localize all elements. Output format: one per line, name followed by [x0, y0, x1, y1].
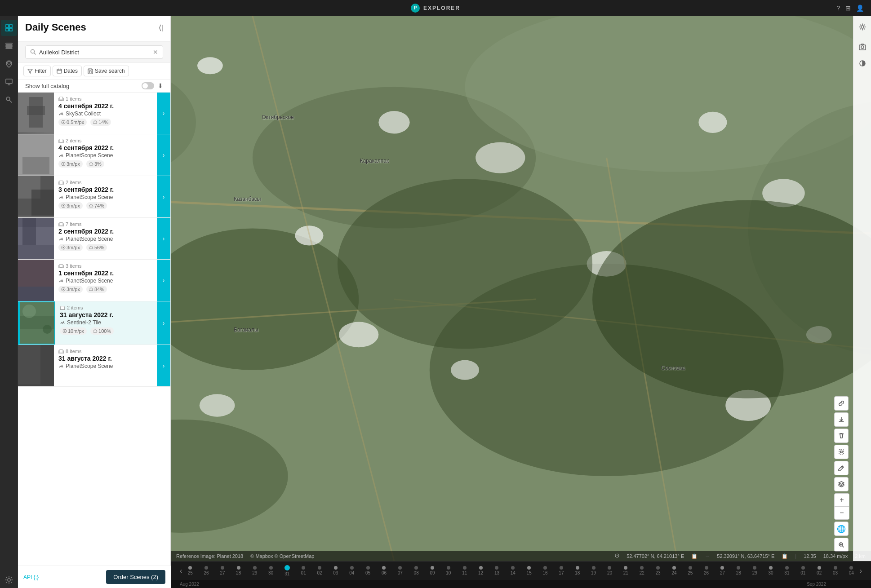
scene-expand-button[interactable]: › — [157, 134, 170, 176]
scene-item[interactable]: 2 items 4 сентября 2022 г. PlanetScope S… — [18, 134, 170, 176]
sidebar-item-catalog[interactable] — [1, 38, 17, 54]
sidebar-item-monitor[interactable] — [1, 74, 17, 90]
scene-item[interactable]: 1 items 4 сентября 2022 г. SkySat Collec… — [18, 93, 170, 134]
timeline-date-item[interactable]: 14 — [511, 566, 515, 575]
help-icon[interactable]: ? — [836, 4, 840, 12]
timeline-date-item[interactable]: 06 — [382, 566, 387, 575]
timeline-date-item[interactable]: 01 — [301, 566, 306, 575]
globe-button[interactable]: 🌐 — [834, 522, 849, 536]
zoom-in-button[interactable]: + — [835, 494, 849, 506]
timeline-date-item[interactable]: 03 — [833, 566, 838, 575]
timeline-date-item[interactable]: 07 — [398, 566, 403, 575]
download-list-icon[interactable]: ⬇ — [158, 82, 163, 89]
timeline-date-item[interactable]: 18 — [575, 566, 580, 575]
search-input[interactable] — [39, 49, 150, 56]
timeline-date-item[interactable]: 31 — [284, 565, 290, 576]
timeline-date-item[interactable]: 16 — [542, 566, 547, 575]
timeline-date-item[interactable]: 25 — [188, 566, 193, 575]
sidebar-item-settings[interactable] — [1, 572, 17, 588]
timeline-date-item[interactable]: 27 — [720, 566, 725, 575]
scene-item[interactable]: 7 items 2 сентября 2022 г. PlanetScope S… — [18, 218, 170, 260]
timeline-next-button[interactable]: › — [860, 567, 862, 575]
timeline-date-item[interactable]: 05 — [365, 566, 370, 575]
timeline-date-item[interactable]: 30 — [769, 566, 773, 575]
scene-item[interactable]: 3 items 1 сентября 2022 г. PlanetScope S… — [18, 260, 170, 301]
timeline-date-item[interactable]: 02 — [817, 566, 822, 575]
panel-collapse-button[interactable]: ⟨| — [159, 23, 163, 32]
dates-button[interactable]: Dates — [53, 66, 82, 76]
timeline-date-item[interactable]: 10 — [446, 566, 451, 575]
api-button[interactable]: API {;} — [23, 574, 39, 580]
scene-item[interactable]: 8 items 31 августа 2022 г. PlanetScope S… — [18, 345, 170, 387]
scene-expand-button[interactable]: › — [157, 301, 170, 345]
timeline-date-item[interactable]: 29 — [252, 566, 257, 575]
zoom-to-fit-button[interactable] — [834, 538, 849, 552]
timeline-date-item[interactable]: 25 — [688, 566, 693, 575]
timeline-date-item[interactable]: 17 — [559, 566, 564, 575]
timeline-date-item[interactable]: 09 — [430, 566, 435, 575]
timeline-date-item[interactable]: 13 — [494, 566, 499, 575]
copy-coord1-icon[interactable]: 📋 — [691, 553, 698, 559]
scene-expand-button[interactable]: › — [157, 260, 170, 301]
svg-rect-12 — [57, 69, 62, 73]
timeline-date-label: 04 — [349, 570, 354, 575]
settings-right-icon[interactable] — [855, 20, 870, 34]
delete-map-button[interactable] — [834, 429, 849, 443]
scene-expand-button[interactable]: › — [157, 345, 170, 386]
timeline-date-item[interactable]: 12 — [478, 566, 483, 575]
timeline-date-item[interactable]: 30 — [268, 566, 273, 575]
timeline-date-item[interactable]: 23 — [655, 566, 660, 575]
scene-item[interactable]: 2 items 3 сентября 2022 г. PlanetScope S… — [18, 176, 170, 218]
contrast-icon[interactable] — [855, 56, 870, 71]
search-clear-button[interactable]: ✕ — [153, 49, 158, 56]
timeline-date-item[interactable]: 01 — [800, 566, 805, 575]
show-catalog-toggle[interactable] — [142, 82, 154, 89]
svg-point-89 — [338, 179, 592, 349]
timeline-date-item[interactable]: 22 — [640, 566, 644, 575]
timeline-date-item[interactable]: 21 — [623, 566, 628, 575]
scene-expand-button[interactable]: › — [157, 218, 170, 259]
download-map-button[interactable] — [834, 412, 849, 427]
sidebar-item-search[interactable] — [1, 92, 17, 108]
timeline-date-item[interactable]: 26 — [704, 566, 709, 575]
filter-button[interactable]: Filter — [23, 66, 51, 76]
scene-count: 2 items — [58, 180, 152, 185]
timeline-date-item[interactable]: 26 — [204, 566, 209, 575]
timeline-date-label: 27 — [220, 570, 225, 575]
timeline-date-item[interactable]: 28 — [736, 566, 741, 575]
timeline-date-item[interactable]: 31 — [784, 566, 789, 575]
timeline-date-item[interactable]: 27 — [220, 566, 225, 575]
grid-icon[interactable]: ⊞ — [845, 4, 851, 12]
timeline-date-item[interactable]: 19 — [591, 566, 596, 575]
scene-expand-button[interactable]: › — [157, 176, 170, 217]
timeline-date-item[interactable]: 28 — [236, 566, 241, 575]
timeline-date-item[interactable]: 15 — [527, 566, 532, 575]
timeline-date-label: 29 — [252, 570, 257, 575]
timeline-date-item[interactable]: 04 — [349, 566, 354, 575]
link-button[interactable] — [834, 396, 849, 411]
sidebar-item-location[interactable] — [1, 56, 17, 72]
scene-expand-button[interactable]: › — [157, 93, 170, 134]
zoom-out-button[interactable]: − — [835, 507, 849, 519]
timeline-date-item[interactable]: 20 — [607, 566, 612, 575]
order-scenes-button[interactable]: Order Scenes (2) — [106, 570, 165, 584]
timeline-date-item[interactable]: 11 — [462, 566, 467, 575]
save-search-button[interactable]: Save search — [84, 66, 129, 76]
crop-button[interactable] — [834, 445, 849, 459]
layers-button[interactable] — [834, 477, 849, 491]
sidebar-item-scenes[interactable] — [1, 20, 17, 36]
photo-icon[interactable] — [855, 40, 870, 54]
timeline-date-item[interactable]: 04 — [849, 566, 854, 575]
timeline-date-item[interactable]: 08 — [414, 566, 419, 575]
map-area[interactable]: Октябрьское Казанбасы Каракалпак Багаиал… — [171, 16, 871, 561]
draw-button[interactable] — [834, 461, 849, 475]
timeline-date-item[interactable]: 24 — [671, 566, 676, 575]
copy-coord2-icon[interactable]: 📋 — [782, 553, 788, 559]
scene-item[interactable]: 2 items 31 августа 2022 г. Sentinel-2 Ti… — [18, 301, 170, 345]
timeline-date-item[interactable]: 03 — [333, 566, 338, 575]
user-icon[interactable]: 👤 — [856, 4, 864, 12]
svg-rect-24 — [59, 139, 63, 142]
svg-rect-3 — [9, 28, 12, 31]
timeline-date-item[interactable]: 02 — [317, 566, 322, 575]
timeline-date-item[interactable]: 29 — [752, 566, 757, 575]
